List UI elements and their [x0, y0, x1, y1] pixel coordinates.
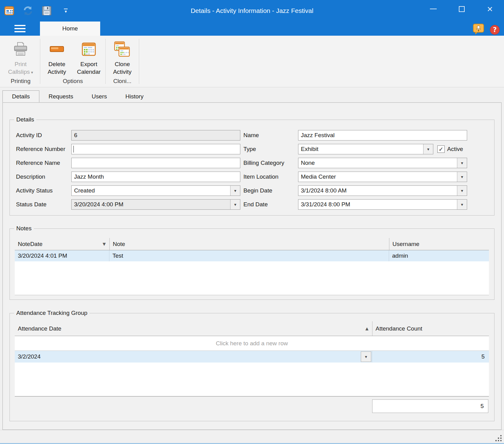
- ribbon: Print Callslips▾ Printing Delete Activit…: [0, 36, 504, 87]
- attendance-date-cell[interactable]: 3/2/2024 ▾: [15, 351, 372, 363]
- column-header-notedate[interactable]: NoteDate ▼: [15, 238, 109, 250]
- help-icon[interactable]: ?: [490, 25, 500, 35]
- end-date-label: End Date: [243, 201, 298, 208]
- tab-history[interactable]: History: [116, 90, 153, 102]
- close-button[interactable]: ×: [476, 0, 504, 18]
- attendance-grid-footer: 5: [15, 396, 489, 416]
- column-header-attendance-date[interactable]: Attendance Date ▲: [15, 321, 372, 336]
- ribbon-group-label-cloning: Cloni...: [106, 78, 138, 87]
- maximize-button[interactable]: [447, 0, 476, 18]
- note-cell[interactable]: Test: [109, 250, 389, 261]
- billing-category-select[interactable]: None ▾: [298, 158, 467, 168]
- column-header-attendance-count[interactable]: Attendance Count: [372, 321, 489, 336]
- minimize-button[interactable]: [419, 0, 447, 18]
- titlebar-right-icons: ?: [473, 23, 500, 36]
- calendar-icon: [81, 38, 97, 60]
- sort-descending-icon: ▼: [103, 242, 106, 246]
- pin-ribbon-icon[interactable]: [473, 23, 484, 36]
- clone-activity-button[interactable]: Clone Activity: [106, 38, 138, 76]
- chevron-down-icon[interactable]: ▾: [423, 144, 433, 154]
- export-calendar-button[interactable]: Export Calendar: [73, 38, 105, 76]
- attendance-groupbox: Attendance Tracking Group Attendance Dat…: [10, 313, 494, 421]
- begin-date-select[interactable]: 3/1/2024 8:00 AM ▾: [298, 185, 467, 196]
- window-controls: ×: [419, 0, 504, 18]
- item-location-label: Item Location: [243, 173, 298, 180]
- tab-details[interactable]: Details: [2, 90, 39, 102]
- ribbon-group-label-printing: Printing: [2, 78, 39, 87]
- menu-button[interactable]: [0, 22, 40, 36]
- status-date-label: Status Date: [16, 201, 71, 208]
- reference-number-label: Reference Number: [16, 146, 71, 153]
- reference-name-field[interactable]: [71, 158, 240, 168]
- attendance-grid-empty-area: [15, 363, 489, 396]
- active-checkbox[interactable]: ✓: [437, 145, 445, 153]
- chevron-down-icon[interactable]: ▾: [361, 351, 371, 362]
- type-label: Type: [243, 146, 298, 153]
- notes-table-row[interactable]: 3/20/2024 4:01 PM Test admin: [15, 250, 489, 261]
- column-header-note[interactable]: Note: [109, 238, 389, 250]
- billing-category-label: Billing Category: [243, 160, 298, 166]
- reference-number-field[interactable]: [71, 144, 240, 154]
- tab-home[interactable]: Home: [40, 22, 100, 36]
- status-bar: [0, 430, 504, 443]
- notes-grid-empty-area: [15, 261, 489, 295]
- details-groupbox: Details Activity ID 6 Name Jazz Festival…: [10, 120, 494, 216]
- reference-name-label: Reference Name: [16, 160, 71, 166]
- checkmark-icon: ✓: [439, 146, 443, 153]
- ribbon-group-options: Delete Activity Export Calendar: [41, 36, 105, 87]
- name-label: Name: [243, 132, 298, 139]
- item-location-select[interactable]: Media Center ▾: [298, 172, 467, 182]
- tab-users[interactable]: Users: [82, 90, 116, 102]
- ribbon-group-printing: Print Callslips▾ Printing: [2, 36, 39, 87]
- column-header-username[interactable]: Username: [389, 238, 489, 250]
- chevron-down-icon[interactable]: ▾: [457, 172, 467, 182]
- activity-id-label: Activity ID: [16, 132, 71, 139]
- clone-calendars-icon: [114, 38, 131, 60]
- description-label: Description: [16, 173, 71, 180]
- notes-grid-header: NoteDate ▼ Note Username: [15, 238, 489, 250]
- notes-grid: NoteDate ▼ Note Username 3/20/2024 4:01 …: [15, 238, 489, 295]
- end-date-select[interactable]: 3/31/2024 8:00 PM ▾: [298, 199, 467, 210]
- attendance-group-label: Attendance Tracking Group: [14, 310, 89, 316]
- activity-id-field[interactable]: 6: [71, 130, 240, 141]
- begin-date-label: Begin Date: [243, 187, 298, 194]
- activity-status-select[interactable]: Created ▾: [71, 185, 240, 196]
- add-new-row-hint[interactable]: Click here to add a new row: [15, 336, 489, 351]
- type-select[interactable]: Exhibit ▾: [298, 144, 433, 154]
- chevron-down-icon[interactable]: ▾: [457, 200, 467, 209]
- chevron-down-icon[interactable]: ▾: [457, 186, 467, 196]
- delete-activity-button[interactable]: Delete Activity: [41, 38, 73, 76]
- tab-requests[interactable]: Requests: [39, 90, 82, 102]
- details-tab-page: Details Activity ID 6 Name Jazz Festival…: [2, 102, 502, 430]
- attendance-count-cell[interactable]: 5: [372, 351, 489, 363]
- ribbon-tab-row: Home ?: [0, 22, 504, 36]
- titlebar: ▾ Details - Activity Information - Jazz …: [0, 0, 504, 22]
- ribbon-separator: [139, 39, 139, 84]
- attendance-count-summary: 5: [372, 399, 488, 413]
- attendance-grid: Attendance Date ▲ Attendance Count Click…: [15, 321, 489, 416]
- activity-status-label: Activity Status: [16, 187, 71, 194]
- chevron-down-icon[interactable]: ▾: [230, 186, 240, 196]
- description-field[interactable]: Jazz Month: [71, 172, 240, 182]
- document-tabs: Details Requests Users History: [0, 90, 504, 102]
- text-cursor: [73, 146, 74, 153]
- notedate-cell[interactable]: 3/20/2024 4:01 PM: [15, 250, 109, 261]
- attendance-grid-header: Attendance Date ▲ Attendance Count: [15, 321, 489, 336]
- app-window: ▾ Details - Activity Information - Jazz …: [0, 0, 504, 444]
- active-label: Active: [447, 146, 463, 153]
- attendance-table-row[interactable]: 3/2/2024 ▾ 5: [15, 351, 489, 363]
- status-date-select[interactable]: 3/20/2024 4:00 PM ▾: [71, 199, 240, 210]
- name-field[interactable]: Jazz Festival: [298, 130, 467, 141]
- delete-bar-icon: [49, 38, 65, 60]
- print-callslips-button[interactable]: Print Callslips▾: [2, 38, 39, 76]
- ribbon-separator: [105, 39, 106, 84]
- notes-group-label: Notes: [14, 225, 34, 232]
- details-group-label: Details: [14, 116, 36, 123]
- ribbon-page-gap: [0, 87, 504, 90]
- chevron-down-icon[interactable]: ▾: [230, 200, 240, 209]
- sort-ascending-icon: ▲: [365, 326, 368, 331]
- resize-grip[interactable]: [495, 434, 502, 441]
- chevron-down-icon[interactable]: ▾: [457, 158, 467, 168]
- ribbon-separator: [40, 39, 40, 84]
- username-cell[interactable]: admin: [389, 250, 489, 261]
